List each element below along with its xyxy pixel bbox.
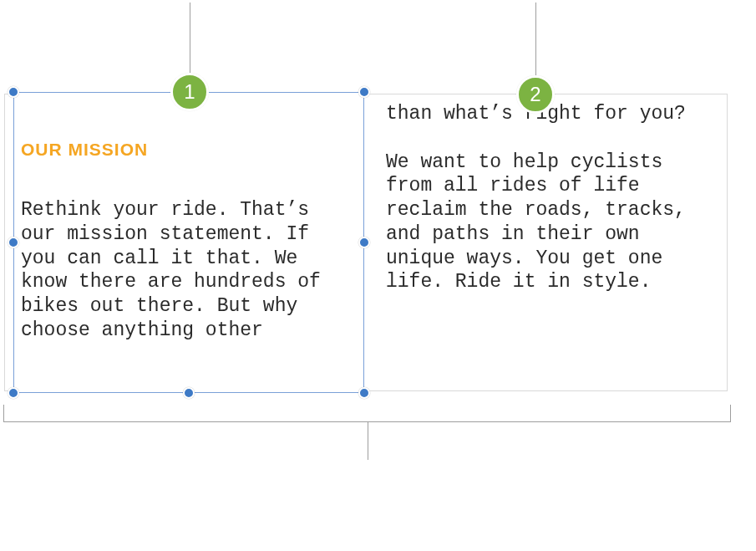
linked-text-box-1[interactable]: OUR MISSION Rethink your ride. That’s ou… [13,92,364,393]
linked-text-box-1-heading: OUR MISSION [21,140,348,160]
resize-handle-top-left[interactable] [8,86,19,98]
resize-handle-bottom-left[interactable] [8,387,19,399]
resize-handle-top-right[interactable] [358,86,370,98]
bracket-center-stem [368,421,368,460]
callout-badge-2: 2 [516,75,555,114]
resize-handle-bottom-right[interactable] [358,387,370,399]
linked-text-box-2-body: than what’s right for you? We want to he… [386,102,713,294]
diagram-stage: than what’s right for you? We want to he… [0,0,756,551]
resize-handle-bottom-middle[interactable] [183,387,195,399]
bottom-bracket [3,405,731,431]
bracket-right-tick [730,405,731,421]
bracket-left-tick [3,405,4,421]
linked-text-box-1-body: Rethink your ride. That’s our mission st… [21,198,348,343]
resize-handle-middle-left[interactable] [8,237,19,248]
resize-handle-middle-right[interactable] [358,237,370,248]
callout-badge-1: 1 [170,73,209,111]
linked-text-box-2[interactable]: than what’s right for you? We want to he… [378,99,722,383]
